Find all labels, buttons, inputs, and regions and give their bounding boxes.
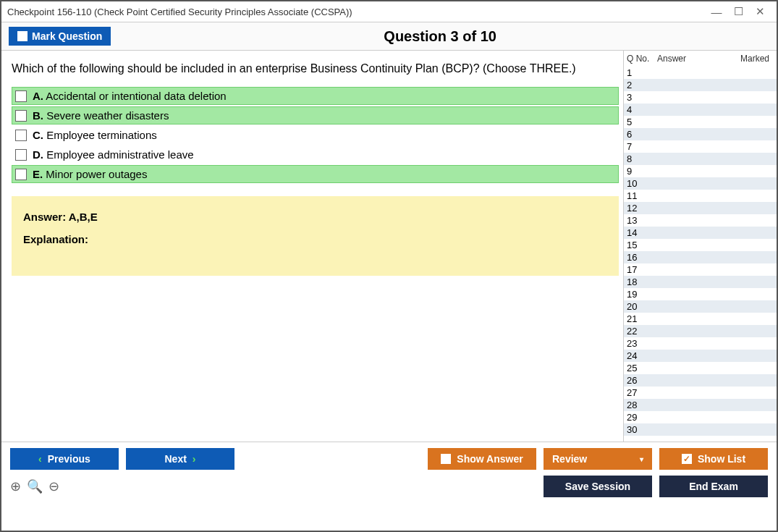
row-qno: 22 <box>627 325 657 337</box>
zoom-controls: ⊕ 🔍 ⊖ <box>10 478 59 494</box>
row-qno: 28 <box>627 399 657 411</box>
row-qno: 21 <box>627 313 657 325</box>
question-pane: Which of the following should be include… <box>1 51 623 442</box>
question-list-row[interactable]: 25 <box>624 362 777 374</box>
question-list-row[interactable]: 5 <box>624 116 777 128</box>
checkbox-icon <box>15 90 27 102</box>
row-qno: 18 <box>627 276 657 288</box>
question-list-row[interactable]: 23 <box>624 337 777 350</box>
question-list-row[interactable]: 8 <box>624 153 777 165</box>
chevron-down-icon: ▾ <box>640 455 643 463</box>
show-list-label: Show List <box>698 453 745 465</box>
question-list-row[interactable]: 10 <box>624 177 777 190</box>
question-list-row[interactable]: 28 <box>624 399 777 411</box>
question-list-row[interactable]: 17 <box>624 263 777 276</box>
question-list-row[interactable]: 2 <box>624 79 777 91</box>
question-list[interactable]: 1234567891011121314151617181920212223242… <box>624 67 777 442</box>
previous-button[interactable]: ‹ Previous <box>10 448 119 470</box>
option-e[interactable]: E. Minor power outages <box>12 165 619 183</box>
chevron-left-icon: ‹ <box>38 453 42 465</box>
review-label: Review <box>552 453 587 465</box>
row-qno: 20 <box>627 300 657 313</box>
row-qno: 2 <box>627 79 657 91</box>
question-text: Which of the following should be include… <box>12 62 619 75</box>
question-list-row[interactable]: 21 <box>624 313 777 325</box>
question-list-row[interactable]: 1 <box>624 67 777 79</box>
end-exam-button[interactable]: End Exam <box>659 476 768 497</box>
question-list-row[interactable]: 7 <box>624 140 777 153</box>
question-list-row[interactable]: 4 <box>624 104 777 116</box>
review-dropdown[interactable]: Review ▾ <box>544 448 652 470</box>
question-list-row[interactable]: 9 <box>624 165 777 177</box>
save-session-label: Save Session <box>565 481 630 492</box>
mark-question-label: Mark Question <box>32 30 102 42</box>
question-list-row[interactable]: 22 <box>624 325 777 337</box>
option-b[interactable]: B. Severe weather disasters <box>12 106 619 124</box>
question-list-row[interactable]: 26 <box>624 374 777 387</box>
row-qno: 10 <box>627 177 657 190</box>
chevron-right-icon: › <box>193 453 196 465</box>
row-qno: 25 <box>627 362 657 374</box>
question-list-row[interactable]: 3 <box>624 91 777 104</box>
row-qno: 16 <box>627 251 657 263</box>
question-list-row[interactable]: 18 <box>624 276 777 288</box>
question-list-row[interactable]: 12 <box>624 202 777 214</box>
zoom-icon[interactable]: 🔍 <box>27 478 43 494</box>
option-text: Accidental or intentional data deletion <box>46 90 226 102</box>
save-session-button[interactable]: Save Session <box>544 476 652 497</box>
question-list-row[interactable]: 19 <box>624 288 777 300</box>
row-qno: 15 <box>627 239 657 251</box>
option-a[interactable]: A. Accidental or intentional data deleti… <box>12 87 619 105</box>
row-qno: 11 <box>627 190 657 202</box>
row-qno: 9 <box>627 165 657 177</box>
show-list-button[interactable]: ✓ Show List <box>659 448 768 470</box>
option-text: Employee administrative leave <box>46 148 193 161</box>
row-qno: 3 <box>627 91 657 104</box>
row-qno: 27 <box>627 387 657 399</box>
question-list-row[interactable]: 29 <box>624 411 777 423</box>
option-letter: A. <box>33 90 43 102</box>
row-qno: 4 <box>627 104 657 116</box>
zoom-out-icon[interactable]: ⊖ <box>48 478 59 494</box>
checkbox-icon <box>15 110 27 122</box>
option-c[interactable]: C. Employee terminations <box>12 126 619 144</box>
question-list-row[interactable]: 11 <box>624 190 777 202</box>
question-list-row[interactable]: 24 <box>624 350 777 362</box>
question-list-row[interactable]: 30 <box>624 423 777 436</box>
row-qno: 30 <box>627 423 657 436</box>
next-label: Next <box>164 453 186 465</box>
row-qno: 12 <box>627 202 657 214</box>
question-list-row[interactable]: 20 <box>624 300 777 313</box>
question-list-row[interactable]: 27 <box>624 387 777 399</box>
minimize-button[interactable]: — <box>706 6 727 18</box>
row-qno: 26 <box>627 374 657 387</box>
row-qno: 7 <box>627 140 657 153</box>
question-list-row[interactable]: 16 <box>624 251 777 263</box>
close-button[interactable]: ✕ <box>749 5 771 18</box>
option-letter: D. <box>33 148 43 161</box>
answer-line: Answer: A,B,E <box>23 211 607 223</box>
maximize-button[interactable]: ☐ <box>727 5 749 18</box>
option-letter: B. <box>33 109 43 122</box>
row-qno: 8 <box>627 153 657 165</box>
zoom-in-icon[interactable]: ⊕ <box>10 478 21 494</box>
row-qno: 13 <box>627 214 657 227</box>
option-letter: E. <box>33 168 43 180</box>
show-answer-label: Show Answer <box>457 453 523 465</box>
option-text: Severe weather disasters <box>46 109 169 122</box>
question-list-row[interactable]: 6 <box>624 128 777 140</box>
row-qno: 29 <box>627 411 657 423</box>
col-marked: Marked <box>734 54 774 64</box>
show-answer-button[interactable]: Show Answer <box>428 448 536 470</box>
row-qno: 19 <box>627 288 657 300</box>
option-text: Minor power outages <box>46 168 147 180</box>
answer-box: Answer: A,B,E Explanation: <box>12 196 619 276</box>
question-list-row[interactable]: 14 <box>624 227 777 239</box>
checkmark-icon: ✓ <box>682 454 692 464</box>
next-button[interactable]: Next › <box>126 448 234 470</box>
mark-question-button[interactable]: Mark Question <box>9 27 111 46</box>
question-list-row[interactable]: 13 <box>624 214 777 227</box>
option-d[interactable]: D. Employee administrative leave <box>12 145 619 164</box>
checkbox-icon <box>15 149 27 161</box>
question-list-row[interactable]: 15 <box>624 239 777 251</box>
